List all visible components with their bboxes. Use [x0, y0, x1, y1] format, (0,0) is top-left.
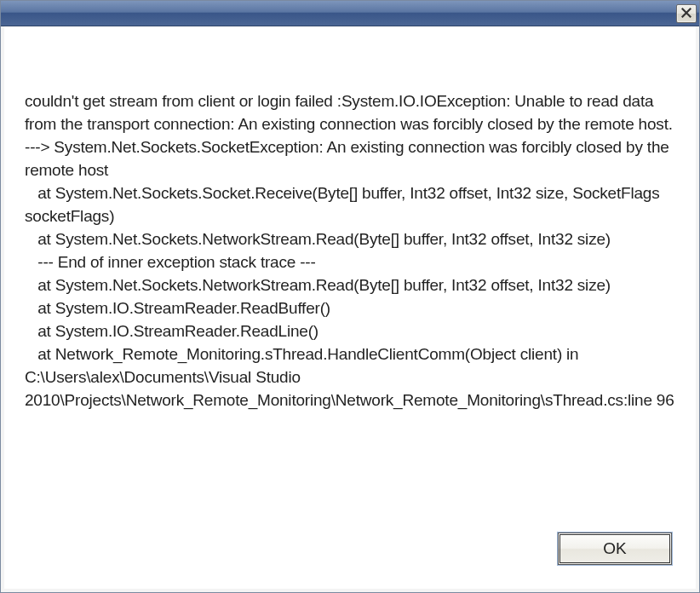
content-area: couldn't get stream from client or login…: [4, 26, 696, 589]
error-message: couldn't get stream from client or login…: [25, 90, 675, 412]
dialog-window: couldn't get stream from client or login…: [0, 0, 700, 593]
title-bar: [1, 1, 699, 26]
button-row: OK: [558, 533, 672, 565]
close-button[interactable]: [676, 4, 697, 23]
ok-button[interactable]: OK: [558, 533, 672, 565]
close-icon: [681, 6, 691, 21]
